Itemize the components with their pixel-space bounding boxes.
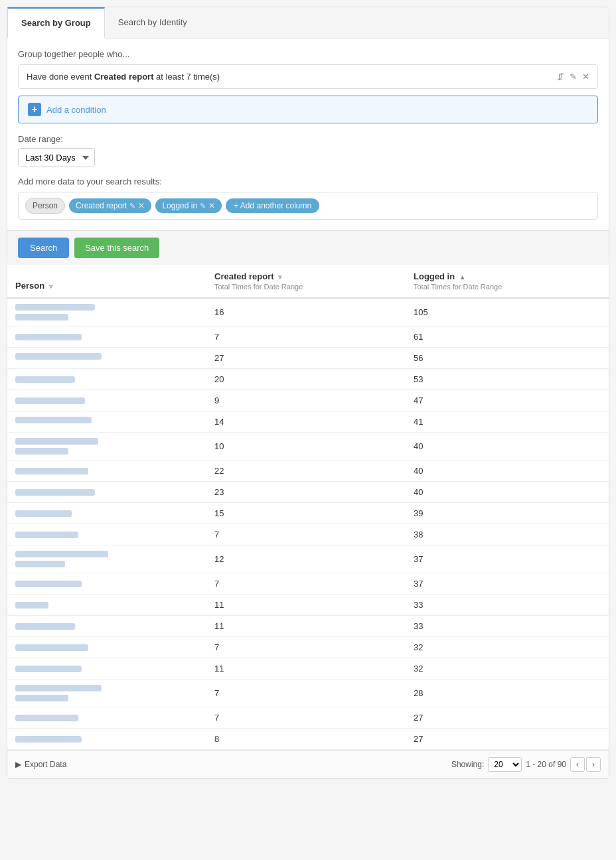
columns-section: Add more data to your search results: Pe… — [18, 177, 598, 220]
main-content: Group together people who... Have done e… — [7, 38, 609, 265]
table-row: 2053 — [7, 369, 609, 390]
created-report-cell: 7 — [206, 573, 406, 595]
created-report-cell: 7 — [206, 637, 406, 658]
plus-icon: + — [28, 103, 41, 116]
person-name-block — [15, 397, 85, 404]
logged-in-cell: 56 — [406, 348, 609, 369]
table-row: 728 — [7, 680, 609, 707]
created-report-cell: 9 — [206, 390, 406, 411]
date-range-section: Date range: Last 30 Days Last 7 Days Las… — [18, 134, 598, 167]
tab-search-by-group[interactable]: Search by Group — [7, 7, 105, 38]
person-name-block — [15, 551, 108, 557]
created-report-cell: 20 — [206, 369, 406, 390]
column-created-report-remove[interactable]: ✕ — [138, 201, 145, 210]
person-name-block — [15, 353, 102, 360]
logged-in-cell: 32 — [406, 637, 609, 658]
created-report-cell: 7 — [206, 707, 406, 729]
person-name-block — [15, 666, 82, 672]
person-cell — [7, 482, 206, 503]
column-logged-in-edit[interactable]: ✎ — [200, 202, 206, 210]
table-row: 1441 — [7, 411, 609, 433]
person-name-block — [15, 561, 65, 567]
person-cell — [7, 707, 206, 729]
add-condition-button[interactable]: + Add a condition — [18, 96, 598, 123]
prev-page-button[interactable]: ‹ — [570, 757, 585, 772]
columns-label: Add more data to your search results: — [18, 177, 598, 186]
created-report-cell: 7 — [206, 326, 406, 348]
results-table: Person ▿ Created report ▿ Total Times fo… — [7, 265, 609, 750]
column-tag-person: Person — [25, 198, 65, 214]
person-cell — [7, 524, 206, 545]
table-row: 1132 — [7, 658, 609, 680]
column-created-report-label: Created report — [76, 201, 127, 210]
condition-edit-icon[interactable]: ✎ — [570, 72, 577, 82]
person-cell — [7, 545, 206, 573]
table-row: 827 — [7, 729, 609, 750]
logged-in-cell: 53 — [406, 369, 609, 390]
tab-search-by-identity[interactable]: Search by Identity — [105, 7, 200, 38]
table-row: 761 — [7, 326, 609, 348]
person-name-block — [15, 736, 82, 743]
created-report-cell: 22 — [206, 461, 406, 482]
person-name-block — [15, 581, 82, 587]
save-search-button[interactable]: Save this search — [74, 238, 159, 258]
created-report-cell: 7 — [206, 680, 406, 707]
table-row: 727 — [7, 707, 609, 729]
date-range-select[interactable]: Last 30 Days Last 7 Days Last 60 Days La… — [18, 148, 95, 167]
condition-row: Have done event Created report at least … — [18, 64, 598, 89]
person-name-block — [15, 715, 78, 721]
person-name-block — [15, 489, 95, 496]
person-name-block — [15, 314, 68, 321]
created-report-cell: 10 — [206, 433, 406, 461]
person-name-block — [15, 417, 92, 423]
logged-in-cell: 40 — [406, 482, 609, 503]
logged-in-cell: 28 — [406, 680, 609, 707]
logged-in-cell: 105 — [406, 298, 609, 326]
created-report-cell: 16 — [206, 298, 406, 326]
next-page-button[interactable]: › — [586, 757, 601, 772]
created-report-cell: 11 — [206, 616, 406, 637]
person-name-block — [15, 376, 75, 383]
person-name-block — [15, 602, 48, 609]
column-logged-in-remove[interactable]: ✕ — [208, 201, 215, 210]
export-data-button[interactable]: ▶ Export Data — [15, 760, 66, 769]
group-label: Group together people who... — [18, 49, 598, 59]
person-name-block — [15, 448, 68, 455]
person-cell — [7, 298, 206, 326]
condition-text: Have done event Created report at least … — [27, 72, 557, 82]
created-report-cell: 11 — [206, 595, 406, 616]
logged-in-cell: 27 — [406, 729, 609, 750]
person-name-block — [15, 644, 88, 651]
logged-in-cell: 27 — [406, 707, 609, 729]
search-button[interactable]: Search — [18, 238, 69, 258]
created-report-cell: 15 — [206, 503, 406, 524]
table-body: 1610576127562053947144110402240234015397… — [7, 298, 609, 750]
table-row: 947 — [7, 390, 609, 411]
condition-remove-icon[interactable]: ✕ — [582, 72, 589, 82]
results-table-section: Person ▿ Created report ▿ Total Times fo… — [7, 265, 609, 778]
person-name-block — [15, 695, 68, 701]
person-cell — [7, 326, 206, 348]
table-row: 737 — [7, 573, 609, 595]
col-header-created-report[interactable]: Created report ▿ Total Times for Date Ra… — [206, 265, 406, 298]
page-navigation: ‹ › — [570, 757, 601, 772]
person-name-block — [15, 623, 75, 630]
person-cell — [7, 369, 206, 390]
person-cell — [7, 658, 206, 680]
person-cell — [7, 390, 206, 411]
created-report-cell: 14 — [206, 411, 406, 433]
created-report-cell: 8 — [206, 729, 406, 750]
columns-row: Person Created report ✎ ✕ Logged in ✎ ✕ … — [18, 192, 598, 220]
table-row: 1237 — [7, 545, 609, 573]
person-cell — [7, 573, 206, 595]
column-created-report-edit[interactable]: ✎ — [129, 202, 135, 210]
col-header-person[interactable]: Person ▿ — [7, 265, 206, 298]
col-header-logged-in[interactable]: Logged in ▲ Total Times for Date Range — [406, 265, 609, 298]
column-person-label: Person — [33, 201, 58, 210]
condition-sort-icon[interactable]: ⇵ — [557, 72, 564, 82]
add-column-button[interactable]: + Add another column — [226, 198, 319, 213]
pagination-info: Showing: 20 50 100 1 - 20 of 90 ‹ › — [451, 757, 601, 772]
export-icon: ▶ — [15, 760, 21, 769]
per-page-select[interactable]: 20 50 100 — [488, 757, 522, 772]
logged-in-cell: 47 — [406, 390, 609, 411]
